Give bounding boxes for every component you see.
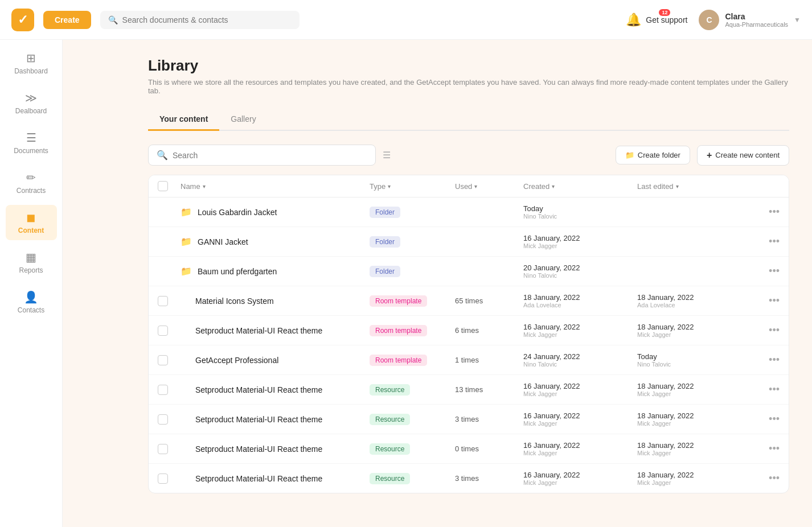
row-created: 16 January, 2022 Mick Jagger xyxy=(523,234,637,249)
type-badge: Resource xyxy=(370,384,410,396)
row-edited: 18 January, 2022 Ada Lovelace xyxy=(637,293,751,308)
row-name: Setproduct Material-UI React theme xyxy=(181,474,370,483)
edited-by: Mick Jagger xyxy=(637,331,751,338)
row-created: 16 January, 2022 Mick Jagger xyxy=(523,441,637,456)
col-header-created[interactable]: Created ▾ xyxy=(523,182,637,191)
folder-icon: 📁 xyxy=(181,266,192,277)
row-edited: 18 January, 2022 Mick Jagger xyxy=(637,441,751,456)
row-checkbox[interactable] xyxy=(158,355,168,365)
content-icon: ◼ xyxy=(26,211,36,224)
row-used: 0 times xyxy=(455,444,523,453)
topbar: ✓ Create 🔍 🔔 12 Get support C Clara Aqua… xyxy=(0,0,812,40)
user-menu[interactable]: C Clara Aqua-Pharmaceuticals ▼ xyxy=(699,10,801,30)
tabs: Your content Gallery xyxy=(148,109,789,131)
created-date: Today xyxy=(523,204,637,213)
page-subtitle: This is where we store all the resources… xyxy=(148,78,789,95)
row-more-button[interactable]: ••• xyxy=(751,324,780,336)
type-badge: Resource xyxy=(370,443,410,455)
sidebar-item-dealboard[interactable]: ≫ Dealboard xyxy=(6,85,57,121)
col-header-used[interactable]: Used ▾ xyxy=(455,182,523,191)
row-type: Room template xyxy=(370,295,455,307)
sidebar-item-dashboard[interactable]: ⊞ Dashboard xyxy=(6,46,57,81)
content-search-input[interactable] xyxy=(173,151,367,160)
created-by: Nino Talovic xyxy=(523,272,637,279)
sidebar-item-content[interactable]: ◼ Content xyxy=(6,205,57,240)
sort-icon-name: ▾ xyxy=(203,183,206,190)
row-type: Room template xyxy=(370,325,455,336)
table-row: Setproduct Material-UI React theme Room … xyxy=(149,316,789,345)
item-name: GetAccept Professional xyxy=(195,356,278,365)
row-created: Today Nino Talovic xyxy=(523,204,637,220)
row-used: 65 times xyxy=(455,297,523,305)
sidebar: ⊞ Dashboard ≫ Dealboard ☰ Documents ✏ Co… xyxy=(0,0,63,527)
sidebar-item-label: Reports xyxy=(19,266,43,274)
create-content-button[interactable]: + Create new content xyxy=(697,145,789,166)
edited-date: 18 January, 2022 xyxy=(637,293,751,302)
sidebar-item-label: Contracts xyxy=(17,187,46,195)
created-date: 16 January, 2022 xyxy=(523,382,637,390)
toolbar: 🔍 ☰ 📁 Create folder + Create new content xyxy=(148,145,789,166)
table-row: 📁 Louis Gabardin Jacket Folder Today Nin… xyxy=(149,197,789,227)
row-used: 1 times xyxy=(455,356,523,364)
item-name: Setproduct Material-UI React theme xyxy=(195,415,322,424)
filter-icon[interactable]: ☰ xyxy=(383,150,391,160)
row-checkbox[interactable] xyxy=(158,474,168,484)
plus-icon: + xyxy=(707,150,712,160)
search-icon: 🔍 xyxy=(157,150,168,160)
create-button[interactable]: Create xyxy=(43,11,91,29)
row-checkbox[interactable] xyxy=(158,296,168,306)
edited-date: 18 January, 2022 xyxy=(637,382,751,390)
row-checkbox[interactable] xyxy=(158,326,168,336)
support-icon: 🔔 xyxy=(626,13,641,27)
edited-date: 18 January, 2022 xyxy=(637,323,751,331)
row-more-button[interactable]: ••• xyxy=(751,472,780,484)
global-search-bar[interactable]: 🔍 xyxy=(100,11,300,29)
sidebar-item-contracts[interactable]: ✏ Contracts xyxy=(6,165,57,200)
col-header-name[interactable]: Name ▾ xyxy=(181,182,370,191)
row-more-button[interactable]: ••• xyxy=(751,236,780,248)
edited-by: Mick Jagger xyxy=(637,390,751,397)
sidebar-item-documents[interactable]: ☰ Documents xyxy=(6,125,57,160)
type-badge: Folder xyxy=(370,236,400,248)
create-folder-button[interactable]: 📁 Create folder xyxy=(616,146,690,164)
col-header-last-edited[interactable]: Last edited ▾ xyxy=(637,182,751,191)
row-type: Resource xyxy=(370,473,455,484)
type-badge: Resource xyxy=(370,473,410,484)
table-header: Name ▾ Type ▾ Used ▾ Created ▾ Last edit… xyxy=(149,175,789,197)
row-more-button[interactable]: ••• xyxy=(751,413,780,425)
row-more-button[interactable]: ••• xyxy=(751,295,780,307)
row-more-button[interactable]: ••• xyxy=(751,354,780,366)
row-name: 📁 Louis Gabardin Jacket xyxy=(181,207,370,217)
col-header-type[interactable]: Type ▾ xyxy=(370,182,455,191)
edited-by: Ada Lovelace xyxy=(637,302,751,308)
tab-your-content[interactable]: Your content xyxy=(148,109,219,131)
type-badge: Room template xyxy=(370,325,427,336)
select-all-checkbox[interactable] xyxy=(158,181,168,191)
tab-gallery[interactable]: Gallery xyxy=(219,109,267,131)
sidebar-item-reports[interactable]: ▦ Reports xyxy=(6,245,57,280)
reports-icon: ▦ xyxy=(26,250,36,264)
row-checkbox[interactable] xyxy=(158,444,168,454)
table-body: 📁 Louis Gabardin Jacket Folder Today Nin… xyxy=(149,197,789,493)
row-more-button[interactable]: ••• xyxy=(751,206,780,218)
edited-by: Mick Jagger xyxy=(637,450,751,456)
sidebar-item-contacts[interactable]: 👤 Contacts xyxy=(6,285,57,320)
row-checkbox[interactable] xyxy=(158,414,168,425)
row-edited: 18 January, 2022 Mick Jagger xyxy=(637,471,751,486)
row-created: 16 January, 2022 Mick Jagger xyxy=(523,382,637,397)
row-more-button[interactable]: ••• xyxy=(751,384,780,396)
item-name: Setproduct Material-UI React theme xyxy=(195,444,322,454)
created-date: 18 January, 2022 xyxy=(523,293,637,302)
row-more-button[interactable]: ••• xyxy=(751,265,780,277)
sort-icon-last-edited: ▾ xyxy=(676,183,679,190)
created-date: 24 January, 2022 xyxy=(523,352,637,361)
content-search-bar[interactable]: 🔍 xyxy=(148,145,376,166)
created-date: 16 January, 2022 xyxy=(523,411,637,420)
type-badge: Resource xyxy=(370,414,410,425)
row-more-button[interactable]: ••• xyxy=(751,443,780,455)
support-button[interactable]: 🔔 12 Get support xyxy=(626,13,687,27)
row-checkbox[interactable] xyxy=(158,385,168,395)
table-row: Setproduct Material-UI React theme Resou… xyxy=(149,464,789,493)
user-company: Aqua-Pharmaceuticals xyxy=(725,21,788,28)
global-search-input[interactable] xyxy=(122,15,292,24)
